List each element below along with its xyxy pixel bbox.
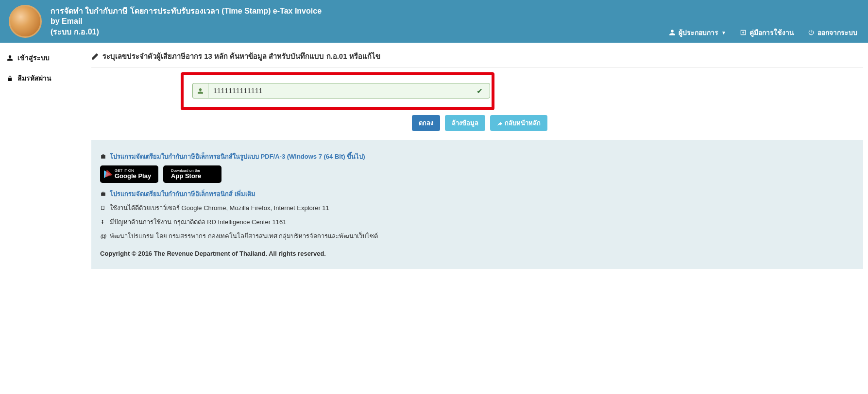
lock-icon: [7, 75, 14, 82]
sidebar-item-login[interactable]: เข้าสู่ระบบ: [0, 48, 91, 68]
person-icon: [100, 219, 107, 225]
nav-operator-label: ผู้ประกอบการ: [679, 27, 718, 38]
apple-big-text: App Store: [171, 173, 201, 180]
nav-logout-label: ออกจากระบบ: [817, 27, 857, 38]
plus-square-icon: [740, 29, 747, 36]
app-title-line2: (ระบบ ก.อ.01): [51, 28, 99, 36]
copyright-text: Copyright © 2016 The Revenue Department …: [100, 250, 854, 257]
user-icon: [669, 29, 676, 36]
google-big-text: Google Play: [115, 173, 151, 180]
panel-title-row: ระบุเลขประจำตัวผู้เสียภาษีอากร 13 หลัก ค…: [91, 48, 863, 67]
panel-title-text: ระบุเลขประจำตัวผู้เสียภาษีอากร 13 หลัก ค…: [102, 50, 380, 62]
contact-text: มีปัญหาด้านการใช้งาน กรุณาติดต่อ RD Inte…: [110, 217, 287, 227]
mobile-icon: [100, 205, 107, 211]
tax-id-input[interactable]: [208, 83, 490, 98]
back-button-label: กลับหน้าหลัก: [505, 119, 541, 127]
browser-support-text: ใช้งานได้ดีด้วยเบราว์เซอร์ Google Chrome…: [110, 203, 329, 213]
nav-logout-link[interactable]: ออกจากระบบ: [808, 27, 857, 38]
developer-text: พัฒนาโปรแกรม โดย กรมสรรพากร กองเทคโนโลยี…: [110, 231, 378, 241]
download-more-program-link[interactable]: โปรแกรมจัดเตรียมใบกำกับภาษีอิเล็กทรอนิกส…: [110, 189, 255, 199]
nav-manual-label: คู่มือการใช้งาน: [749, 27, 794, 38]
briefcase-icon: [100, 191, 107, 197]
sidebar-forgot-label: ลืมรหัสผ่าน: [17, 73, 51, 83]
download-pdf-program-link[interactable]: โปรแกรมจัดเตรียมใบกำกับภาษีอิเล็กทรอนิกส…: [110, 151, 365, 162]
back-button[interactable]: กลับหน้าหลัก: [490, 115, 547, 131]
submit-button[interactable]: ตกลง: [412, 115, 440, 131]
input-addon-user-icon: [192, 83, 208, 98]
edit-icon: [91, 53, 99, 60]
sidebar: เข้าสู่ระบบ ลืมรหัสผ่าน: [0, 43, 91, 394]
share-icon: [497, 121, 503, 127]
nav-manual-link[interactable]: คู่มือการใช้งาน: [740, 27, 794, 38]
main-content: ระบุเลขประจำตัวผู้เสียภาษีอากร 13 หลัก ค…: [91, 43, 868, 394]
agency-logo: [9, 5, 42, 38]
app-header: การจัดทำ ใบกำกับภาษี โดยการประทับรับรองเ…: [0, 0, 868, 43]
app-title-line1: การจัดทำ ใบกำกับภาษี โดยการประทับรับรองเ…: [51, 7, 322, 26]
store-badges: GET IT ON Google Play Download on the Ap…: [100, 165, 854, 183]
briefcase-icon: [100, 153, 107, 160]
highlighted-input-region: ✔: [181, 72, 494, 110]
header-nav: ผู้ประกอบการ ▼ คู่มือการใช้งาน ออกจากระบ…: [669, 27, 857, 38]
footer-panel: โปรแกรมจัดเตรียมใบกำกับภาษีอิเล็กทรอนิกส…: [91, 140, 863, 269]
clear-button[interactable]: ล้างข้อมูล: [445, 115, 485, 131]
google-play-badge[interactable]: GET IT ON Google Play: [100, 165, 158, 183]
google-play-icon: [104, 170, 111, 178]
sidebar-login-label: เข้าสู่ระบบ: [17, 52, 50, 63]
app-title: การจัดทำ ใบกำกับภาษี โดยการประทับรับรองเ…: [51, 6, 323, 37]
app-store-badge[interactable]: Download on the App Store: [163, 165, 221, 183]
at-icon: @: [100, 232, 107, 240]
sidebar-item-forgot[interactable]: ลืมรหัสผ่าน: [0, 68, 91, 88]
tax-id-input-group: ✔: [192, 83, 483, 98]
caret-down-icon: ▼: [721, 30, 726, 35]
user-icon: [7, 55, 14, 61]
nav-operator-dropdown[interactable]: ผู้ประกอบการ ▼: [669, 27, 726, 38]
power-icon: [808, 29, 815, 36]
action-buttons: ตกลง ล้างข้อมูล กลับหน้าหลัก: [91, 115, 868, 131]
